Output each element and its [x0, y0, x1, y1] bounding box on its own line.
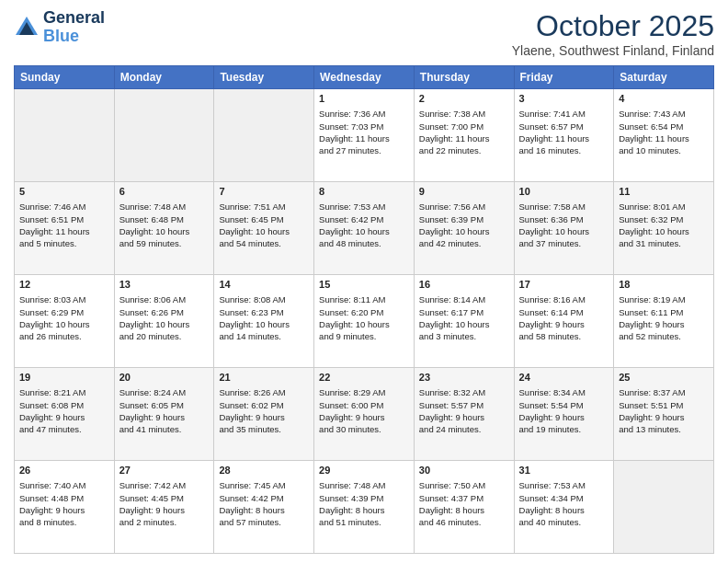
day-number: 28 — [219, 464, 309, 477]
day-info: Daylight: 9 hours — [119, 504, 210, 516]
day-number: 12 — [19, 278, 109, 292]
day-number: 7 — [219, 185, 309, 199]
day-info: Daylight: 10 hours — [219, 225, 309, 237]
day-info: and 47 minutes. — [19, 423, 109, 435]
day-info: Sunset: 7:00 PM — [419, 121, 509, 132]
day-info: and 41 minutes. — [119, 423, 210, 435]
day-info: Sunset: 4:45 PM — [119, 492, 210, 504]
calendar-cell: 6Sunrise: 7:48 AMSunset: 6:48 PMDaylight… — [114, 182, 214, 275]
day-info: Sunrise: 8:29 AM — [319, 386, 409, 398]
day-number: 11 — [619, 185, 709, 199]
logo-line2: Blue — [43, 27, 79, 45]
day-info: and 22 minutes. — [419, 144, 509, 156]
day-info: and 30 minutes. — [319, 423, 409, 435]
day-info: Sunrise: 8:11 AM — [319, 293, 409, 305]
calendar-cell: 28Sunrise: 7:45 AMSunset: 4:42 PMDayligh… — [214, 461, 314, 554]
day-info: and 9 minutes. — [319, 330, 409, 342]
day-number: 17 — [519, 278, 609, 292]
day-info: Sunset: 4:37 PM — [419, 492, 509, 504]
day-info: Daylight: 9 hours — [19, 504, 109, 516]
day-info: Sunrise: 7:48 AM — [319, 479, 409, 491]
calendar-cell: 8Sunrise: 7:53 AMSunset: 6:42 PMDaylight… — [314, 182, 415, 275]
day-info: Daylight: 10 hours — [519, 225, 609, 237]
day-info: Daylight: 9 hours — [319, 411, 409, 423]
day-info: Sunrise: 8:14 AM — [419, 293, 509, 305]
day-info: and 8 minutes. — [19, 516, 109, 528]
day-info: Daylight: 10 hours — [419, 318, 509, 330]
col-thursday: Thursday — [414, 66, 514, 89]
logo-icon — [14, 15, 40, 40]
calendar-cell: 9Sunrise: 7:56 AMSunset: 6:39 PMDaylight… — [414, 182, 514, 275]
day-info: Sunrise: 7:53 AM — [319, 201, 409, 213]
day-number: 25 — [619, 371, 709, 385]
day-info: and 20 minutes. — [119, 330, 210, 342]
calendar-cell: 21Sunrise: 8:26 AMSunset: 6:02 PMDayligh… — [214, 368, 314, 461]
day-number: 14 — [219, 278, 309, 292]
day-info: Sunrise: 8:08 AM — [219, 293, 309, 305]
day-info: and 35 minutes. — [219, 423, 309, 435]
day-info: Daylight: 9 hours — [119, 411, 210, 423]
col-sunday: Sunday — [15, 66, 115, 89]
day-info: Sunset: 6:48 PM — [119, 213, 210, 225]
calendar-cell: 14Sunrise: 8:08 AMSunset: 6:23 PMDayligh… — [214, 275, 314, 368]
day-info: Daylight: 10 hours — [319, 318, 409, 330]
day-info: and 10 minutes. — [619, 144, 709, 156]
calendar-cell: 29Sunrise: 7:48 AMSunset: 4:39 PMDayligh… — [314, 461, 415, 554]
calendar-cell — [114, 89, 214, 182]
calendar-cell: 13Sunrise: 8:06 AMSunset: 6:26 PMDayligh… — [114, 275, 214, 368]
day-info: Sunset: 6:51 PM — [19, 213, 109, 225]
day-info: Sunset: 6:45 PM — [219, 213, 309, 225]
page: General Blue October 2025 Ylaene, Southw… — [0, 0, 728, 563]
day-info: Sunset: 5:57 PM — [419, 399, 509, 411]
day-info: and 2 minutes. — [119, 516, 210, 528]
day-number: 31 — [519, 464, 609, 477]
day-info: Daylight: 8 hours — [519, 504, 609, 516]
calendar-cell — [15, 89, 115, 182]
day-info: and 59 minutes. — [119, 237, 210, 249]
col-saturday: Saturday — [614, 66, 714, 89]
calendar-cell: 18Sunrise: 8:19 AMSunset: 6:11 PMDayligh… — [614, 275, 714, 368]
day-info: Sunset: 6:42 PM — [319, 213, 409, 225]
day-number: 26 — [19, 464, 109, 477]
day-number: 30 — [419, 464, 509, 477]
day-info: Daylight: 9 hours — [619, 411, 709, 423]
day-number: 23 — [419, 371, 509, 385]
day-number: 2 — [419, 92, 509, 106]
day-info: Daylight: 10 hours — [419, 225, 509, 237]
day-info: Sunrise: 7:48 AM — [119, 201, 210, 213]
day-info: and 57 minutes. — [219, 516, 309, 528]
day-info: Daylight: 11 hours — [419, 132, 509, 144]
day-info: Sunset: 6:20 PM — [319, 306, 409, 318]
day-info: Daylight: 9 hours — [219, 411, 309, 423]
calendar-cell: 15Sunrise: 8:11 AMSunset: 6:20 PMDayligh… — [314, 275, 415, 368]
day-info: Sunset: 6:14 PM — [519, 306, 609, 318]
day-info: and 13 minutes. — [619, 423, 709, 435]
day-number: 8 — [319, 185, 409, 199]
day-info: Sunset: 4:34 PM — [519, 492, 609, 504]
calendar-week-4: 26Sunrise: 7:40 AMSunset: 4:48 PMDayligh… — [15, 461, 714, 554]
calendar-cell: 20Sunrise: 8:24 AMSunset: 6:05 PMDayligh… — [114, 368, 214, 461]
day-info: Daylight: 8 hours — [419, 504, 509, 516]
day-info: Sunrise: 8:34 AM — [519, 386, 609, 398]
day-info: Sunrise: 8:06 AM — [119, 293, 210, 305]
day-info: and 42 minutes. — [419, 237, 509, 249]
calendar-cell: 23Sunrise: 8:32 AMSunset: 5:57 PMDayligh… — [414, 368, 514, 461]
calendar-body: 1Sunrise: 7:36 AMSunset: 7:03 PMDaylight… — [15, 89, 714, 554]
calendar-cell: 1Sunrise: 7:36 AMSunset: 7:03 PMDaylight… — [314, 89, 415, 182]
col-friday: Friday — [514, 66, 614, 89]
day-info: and 37 minutes. — [519, 237, 609, 249]
day-info: Sunset: 6:39 PM — [419, 213, 509, 225]
day-info: Sunset: 6:57 PM — [519, 121, 609, 132]
day-info: and 51 minutes. — [319, 516, 409, 528]
day-info: Sunrise: 7:50 AM — [419, 479, 509, 491]
calendar-cell: 5Sunrise: 7:46 AMSunset: 6:51 PMDaylight… — [15, 182, 115, 275]
day-number: 4 — [619, 92, 709, 106]
day-info: Daylight: 10 hours — [119, 318, 210, 330]
calendar-cell: 26Sunrise: 7:40 AMSunset: 4:48 PMDayligh… — [15, 461, 115, 554]
day-info: Daylight: 8 hours — [219, 504, 309, 516]
day-info: and 27 minutes. — [319, 144, 409, 156]
day-number: 9 — [419, 185, 509, 199]
day-info: Sunrise: 7:45 AM — [219, 479, 309, 491]
day-number: 29 — [319, 464, 409, 477]
day-info: and 26 minutes. — [19, 330, 109, 342]
